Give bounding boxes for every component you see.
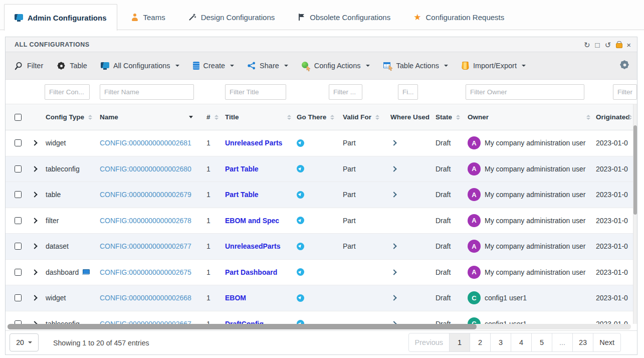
expand-row-button[interactable] xyxy=(31,217,38,224)
column-header-go-there[interactable]: Go There xyxy=(295,104,340,130)
table-settings-button[interactable] xyxy=(620,60,629,71)
filter-input-0[interactable] xyxy=(45,84,90,100)
toolbar-create-button[interactable]: Create xyxy=(193,62,235,70)
row-select-cell xyxy=(6,260,28,285)
title-link[interactable]: EBOM xyxy=(225,294,246,302)
config-name-link[interactable]: CONFIG:0000000000002675 xyxy=(100,268,191,276)
expand-row-button[interactable] xyxy=(31,165,38,172)
sort-icon xyxy=(586,115,590,120)
title-link[interactable]: EBOM and Spec xyxy=(225,217,279,225)
page-button-2[interactable]: 2 xyxy=(470,333,491,352)
row-checkbox[interactable] xyxy=(15,165,22,172)
count-text: 1 xyxy=(206,217,210,225)
title-link[interactable]: DraftConfig xyxy=(225,320,264,324)
column-header-originated[interactable]: Originated xyxy=(594,104,633,130)
expand-row-button[interactable] xyxy=(31,294,38,301)
config-name-link[interactable]: CONFIG:0000000000002668 xyxy=(100,294,191,302)
row-checkbox[interactable] xyxy=(15,191,22,198)
table-row: widgetCONFIG:00000000000026811Unreleased… xyxy=(6,130,633,156)
page-button-4[interactable]: 4 xyxy=(511,333,532,352)
title-link[interactable]: UnreleasedParts xyxy=(225,242,281,250)
go-there-button[interactable] xyxy=(297,217,304,224)
page-button-3[interactable]: 3 xyxy=(490,333,511,352)
column-header-valid-for[interactable]: Valid For xyxy=(340,104,385,130)
column-header-state[interactable]: State xyxy=(436,104,466,130)
column-header-[interactable]: # xyxy=(205,104,225,130)
where-used-button[interactable] xyxy=(390,139,397,146)
row-checkbox[interactable] xyxy=(15,294,22,301)
lock-icon[interactable] xyxy=(616,41,621,48)
column-header-title[interactable]: Title xyxy=(225,104,295,130)
filter-input-5[interactable] xyxy=(466,84,584,100)
toolbar-share-button[interactable]: Share xyxy=(248,62,288,70)
config-name-link[interactable]: CONFIG:0000000000002680 xyxy=(100,165,191,173)
go-there-button[interactable] xyxy=(297,320,304,324)
page-button-1[interactable]: 1 xyxy=(449,333,470,352)
tab-configuration-requests[interactable]: ★Configuration Requests xyxy=(404,4,513,30)
sync-icon[interactable]: ↻ xyxy=(584,41,590,49)
maximize-icon[interactable]: □ xyxy=(595,41,600,49)
where-used-button[interactable] xyxy=(390,243,397,250)
config-name-link[interactable]: CONFIG:0000000000002677 xyxy=(100,242,191,250)
tab-obsolete-configurations[interactable]: Obsolete Configurations xyxy=(289,4,399,30)
undo-icon[interactable]: ↺ xyxy=(605,41,611,49)
where-used-button[interactable] xyxy=(390,294,397,301)
go-there-button[interactable] xyxy=(297,191,304,199)
page-button-5[interactable]: 5 xyxy=(531,333,552,352)
page-button-23[interactable]: 23 xyxy=(572,333,593,352)
toolbar-filter-button[interactable]: Filter xyxy=(15,62,43,70)
go-there-button[interactable] xyxy=(297,294,304,302)
close-icon[interactable]: × xyxy=(626,41,631,49)
column-header-where-used[interactable]: Where Used xyxy=(385,104,436,130)
go-there-button[interactable] xyxy=(297,165,304,172)
title-link[interactable]: Unreleased Parts xyxy=(225,139,282,147)
where-used-cell xyxy=(385,156,436,182)
config-name-link[interactable]: CONFIG:0000000000002681 xyxy=(100,139,191,147)
expand-row-button[interactable] xyxy=(31,320,38,324)
toolbar-config-actions-button[interactable]: Config Actions xyxy=(302,62,370,70)
row-checkbox[interactable] xyxy=(15,217,22,224)
go-there-button[interactable] xyxy=(297,268,304,276)
row-checkbox[interactable] xyxy=(15,139,22,146)
column-header-config-type[interactable]: Config Type xyxy=(46,104,100,130)
expand-row-button[interactable] xyxy=(31,243,38,250)
filter-input-3[interactable] xyxy=(329,84,362,100)
where-used-button[interactable] xyxy=(390,191,397,198)
page-button-next[interactable]: Next xyxy=(593,333,621,352)
horizontal-scrollbar-thumb[interactable] xyxy=(8,324,477,329)
config-name-link[interactable]: CONFIG:0000000000002667 xyxy=(100,320,191,324)
title-link[interactable]: Part Dashboard xyxy=(225,268,277,276)
where-used-button[interactable] xyxy=(390,269,397,276)
config-name-link[interactable]: CONFIG:0000000000002679 xyxy=(100,191,191,199)
column-header-owner[interactable]: Owner xyxy=(466,104,594,130)
go-there-button[interactable] xyxy=(297,139,304,147)
go-there-button[interactable] xyxy=(297,243,304,250)
vertical-scrollbar-thumb[interactable] xyxy=(633,125,637,215)
tab-teams[interactable]: Teams xyxy=(122,4,174,30)
tab-design-configurations[interactable]: Design Configurations xyxy=(179,4,284,30)
filter-input-2[interactable] xyxy=(225,84,286,100)
row-checkbox[interactable] xyxy=(15,320,22,324)
title-link[interactable]: Part Table xyxy=(225,165,259,173)
filter-input-1[interactable] xyxy=(100,84,194,100)
row-checkbox[interactable] xyxy=(15,269,22,276)
tab-admin-configurations[interactable]: Admin Configurations xyxy=(4,4,117,31)
page-size-select[interactable]: 20 xyxy=(10,333,39,351)
toolbar-table-actions-button[interactable]: Table Actions xyxy=(383,62,448,70)
select-all-checkbox[interactable] xyxy=(15,114,22,121)
where-used-button[interactable] xyxy=(390,165,397,172)
expand-row-button[interactable] xyxy=(31,139,38,146)
column-header-checkbox[interactable] xyxy=(6,104,28,130)
row-checkbox[interactable] xyxy=(15,243,22,250)
where-used-button[interactable] xyxy=(390,320,397,324)
filter-input-6[interactable] xyxy=(613,84,637,100)
toolbar-import-export-button[interactable]: Import/Export xyxy=(462,62,526,70)
expand-row-button[interactable] xyxy=(31,269,38,276)
config-name-link[interactable]: CONFIG:0000000000002678 xyxy=(100,217,191,225)
expand-row-button[interactable] xyxy=(31,191,38,198)
filter-input-4[interactable] xyxy=(398,84,418,100)
toolbar-all-configurations-button[interactable]: All Configurations xyxy=(101,62,179,70)
column-header-name[interactable]: Name xyxy=(100,104,205,130)
title-link[interactable]: Part Table xyxy=(225,191,259,199)
toolbar-table-button[interactable]: Table xyxy=(57,61,87,70)
